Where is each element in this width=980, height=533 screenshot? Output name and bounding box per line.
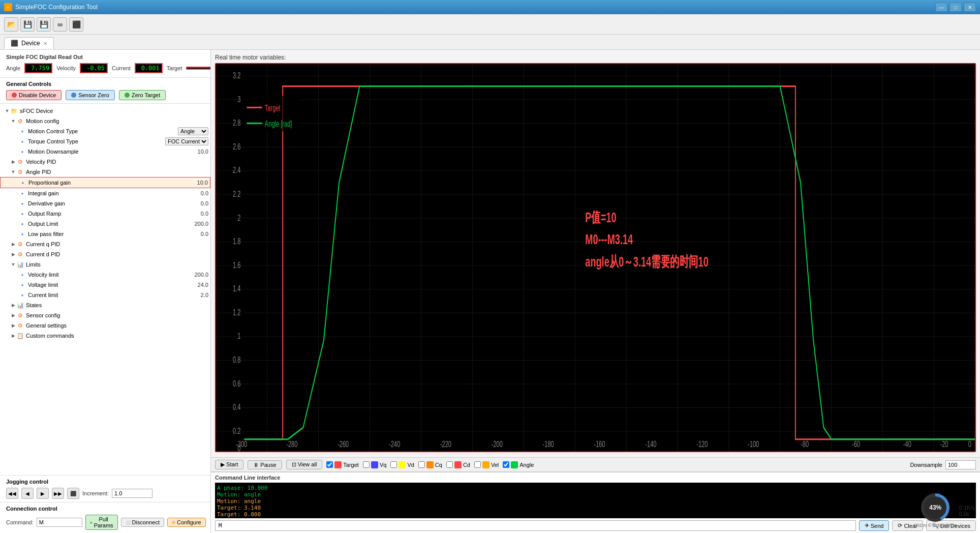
terminal-button[interactable]: ⬛ [69, 17, 83, 32]
tree-output-limit[interactable]: ● Output Limit 200.0 [0, 219, 210, 229]
tree-low-pass-filter[interactable]: ● Low pass filter 0.0 [0, 229, 210, 239]
jog-prev-prev-button[interactable]: ◀◀ [6, 488, 18, 499]
chart-svg: 3.2 3 2.8 2.6 2.4 2.2 2 1.8 1.6 1.4 1.2 … [216, 64, 975, 451]
tree-torque-control-type[interactable]: ● Torque Control Type FOC CurrentDC Curr… [0, 136, 210, 146]
zero-target-button[interactable]: Zero Target [119, 90, 166, 100]
maximize-button[interactable]: □ [950, 3, 962, 12]
legend-vq-color [371, 461, 378, 468]
tree-root-sfoc[interactable]: ▼ 📁 sFOC Device [0, 106, 210, 116]
tree-motion-downsample[interactable]: ● Motion Downsample 10.0 [0, 146, 210, 157]
gs-label: General settings [26, 322, 208, 329]
downsample-input[interactable] [945, 460, 976, 469]
tab-close-icon[interactable]: ✕ [43, 41, 47, 46]
loop-button[interactable]: ∞ [53, 17, 67, 32]
view-all-button[interactable]: ⊡ View all [286, 460, 323, 469]
save-button[interactable]: 💾 [20, 17, 35, 32]
tree-general-settings[interactable]: ▶ ⚙ General settings [0, 320, 210, 331]
legend-vq-label: Vq [380, 462, 386, 468]
legend-vq-checkbox[interactable] [363, 461, 370, 468]
svg-text:Angle [rad]: Angle [rad] [265, 119, 292, 128]
tree-current-q-pid[interactable]: ▶ ⚙ Current q PID [0, 239, 210, 249]
tree-proportional-gain[interactable]: ● Proportional gain 10.0 [0, 177, 210, 188]
tree-motion-config[interactable]: ▼ ⚙ Motion config [0, 116, 210, 126]
increment-input[interactable] [112, 489, 152, 498]
tree-current-limit[interactable]: ● Current limit 2.0 [0, 290, 210, 300]
cl-label: Current limit [28, 292, 197, 298]
gauge-value1: 0.1K/s [959, 505, 975, 511]
legend-angle-checkbox[interactable] [503, 461, 509, 468]
legend-vel-checkbox[interactable] [474, 461, 481, 468]
dg-value: 0.0 [201, 200, 208, 206]
jog-prev-button[interactable]: ◀ [21, 488, 34, 499]
legend-vd-checkbox[interactable] [390, 461, 397, 468]
tree-output-ramp[interactable]: ● Output Ramp 0.0 [0, 209, 210, 219]
vl-value: 200.0 [194, 272, 208, 278]
svg-text:0: 0 [968, 439, 971, 449]
output-text-2: Motion: angle [217, 491, 261, 498]
close-button[interactable]: ✕ [964, 3, 976, 12]
send-icon: ✈ [865, 522, 869, 529]
toolbar: 📂 💾 💾 ∞ ⬛ [0, 14, 980, 35]
disable-device-button[interactable]: Disable Device [6, 90, 62, 100]
start-button[interactable]: ▶ Start [215, 460, 243, 469]
legend-cd-checkbox[interactable] [446, 461, 453, 468]
tab-device[interactable]: ⬛ Device ✕ [4, 37, 54, 49]
motion-control-type-select[interactable]: AngleVelocityTorque [178, 127, 208, 135]
send-button[interactable]: ✈ Send [859, 520, 890, 531]
mds-dot-icon: ● [18, 147, 26, 156]
apid-arrow-icon: ▼ [10, 169, 16, 174]
configure-icon: ⚙ [172, 520, 175, 525]
tree-angle-pid[interactable]: ▼ ⚙ Angle PID [0, 167, 210, 177]
svg-text:2: 2 [237, 213, 240, 222]
tree-states[interactable]: ▶ 📊 States [0, 300, 210, 310]
tree-sensor-config[interactable]: ▶ ⚙ Sensor config [0, 310, 210, 320]
output-line-4: Target: 3.140 [217, 505, 974, 511]
save-as-button[interactable]: 💾 [37, 17, 51, 32]
pull-params-button[interactable]: ● Pull Params [85, 515, 118, 530]
tree-voltage-limit[interactable]: ● Voltage limit 24.0 [0, 280, 210, 290]
tree-integral-gain[interactable]: ● Integral gain 0.0 [0, 188, 210, 198]
apid-label: Angle PID [26, 169, 208, 175]
legend-cq-checkbox[interactable] [418, 461, 425, 468]
start-icon: ▶ [221, 461, 225, 467]
legend-target-checkbox[interactable] [326, 461, 333, 468]
command-input[interactable] [37, 518, 82, 527]
svg-text:-300: -300 [236, 439, 247, 449]
configure-button[interactable]: ⚙ Configure [167, 518, 206, 527]
pause-button[interactable]: ⏸ Pause [248, 460, 282, 469]
digital-readout-section: Simple FOC Digital Read Out Angle 7.759 … [0, 50, 210, 78]
torque-control-type-select[interactable]: FOC CurrentDC CurrentVoltage [165, 137, 208, 145]
jog-stop-button[interactable]: ⬛ [67, 488, 79, 499]
gauge-info: 0.1K/s 0.0c [959, 493, 975, 528]
output-line-2: Motion: angle [217, 491, 974, 498]
tree-current-d-pid[interactable]: ▶ ⚙ Current d PID [0, 249, 210, 259]
command-line-input[interactable] [215, 520, 856, 531]
gauge-inner: 43% [924, 496, 946, 519]
connection-title: Connection control [6, 506, 204, 512]
svg-text:2.8: 2.8 [233, 118, 240, 128]
sc-gear-icon: ⚙ [16, 311, 24, 319]
minimize-button[interactable]: — [935, 3, 947, 12]
svg-text:-140: -140 [645, 439, 656, 449]
tree-custom-commands[interactable]: ▶ 📋 Custom commands [0, 331, 210, 341]
tree-velocity-pid[interactable]: ▶ ⚙ Velocity PID [0, 157, 210, 167]
svg-text:-280: -280 [286, 439, 297, 449]
tree-derivative-gain[interactable]: ● Derivative gain 0.0 [0, 198, 210, 209]
sensor-zero-button[interactable]: Sensor Zero [66, 90, 115, 100]
send-label: Send [871, 523, 884, 529]
tree-motion-control-type[interactable]: ● Motion Control Type AngleVelocityTorqu… [0, 126, 210, 136]
jog-next-next-button[interactable]: ▶▶ [52, 488, 64, 499]
disconnect-button[interactable]: ⬜ Disconnect [121, 518, 164, 527]
svg-text:0.6: 0.6 [233, 378, 240, 388]
limits-chart-icon: 📊 [16, 260, 24, 269]
tree-velocity-limit[interactable]: ● Velocity limit 200.0 [0, 270, 210, 280]
cqpid-gear-icon: ⚙ [16, 240, 24, 248]
output-line-3: Motion: angle [217, 498, 974, 505]
tree-limits[interactable]: ▼ 📊 Limits [0, 259, 210, 270]
svg-text:0.4: 0.4 [233, 402, 240, 412]
open-button[interactable]: 📂 [4, 17, 18, 32]
start-label: Start [226, 461, 238, 467]
cc-label: Custom commands [26, 333, 208, 339]
pg-label: Proportional gain [28, 180, 193, 186]
jog-next-button[interactable]: ▶ [37, 488, 49, 499]
